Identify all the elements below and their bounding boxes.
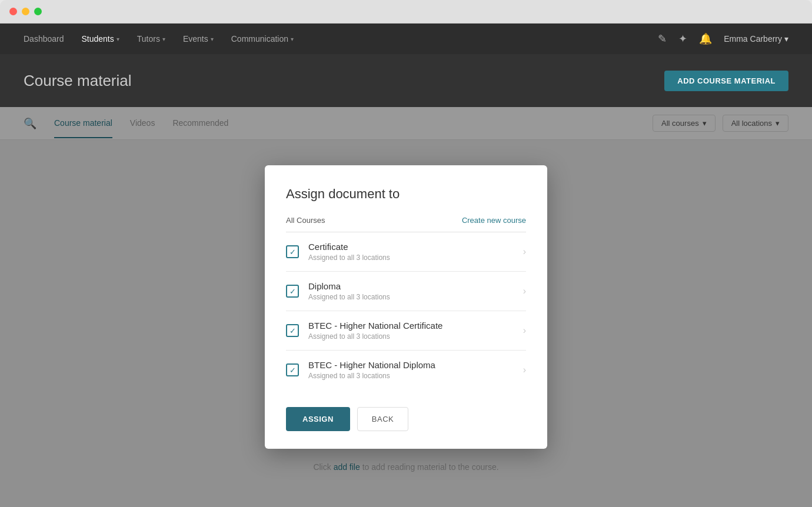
chevron-right-btec-hnc: › — [523, 325, 526, 336]
nav-right: ✎ ✦ 🔔 Emma Carberry ▾ — [658, 32, 788, 45]
bell-icon[interactable]: 🔔 — [699, 32, 712, 45]
check-icon-btec-hnd: ✓ — [289, 366, 296, 374]
course-sub-certificate: Assigned to all 3 locations — [308, 254, 523, 262]
add-course-material-button[interactable]: ADD COURSE MATERIAL — [664, 71, 788, 91]
content-area: 🔍 Course material Videos Recommended All… — [0, 107, 812, 507]
students-dropdown-arrow: ▾ — [117, 36, 119, 42]
traffic-light-fullscreen[interactable] — [34, 8, 42, 15]
course-sub-diploma: Assigned to all 3 locations — [308, 293, 523, 301]
traffic-light-close[interactable] — [9, 8, 17, 15]
chevron-right-certificate: › — [523, 246, 526, 257]
top-nav: Dashboard Students ▾ Tutors ▾ Events ▾ C… — [0, 24, 812, 54]
course-info-btec-hnd: BTEC - Higher National Diploma Assigned … — [308, 360, 523, 380]
course-item-btec-hnd[interactable]: ✓ BTEC - Higher National Diploma Assigne… — [286, 351, 526, 389]
course-info-btec-hnc: BTEC - Higher National Certificate Assig… — [308, 321, 523, 341]
assign-document-modal: Assign document to All Courses Create ne… — [265, 165, 547, 449]
check-icon-btec-hnc: ✓ — [289, 327, 296, 335]
browser-chrome — [0, 0, 812, 24]
modal-overlay[interactable]: Assign document to All Courses Create ne… — [0, 107, 812, 507]
check-icon-diploma: ✓ — [289, 288, 296, 295]
course-name-certificate: Certificate — [308, 242, 523, 252]
assign-button[interactable]: ASSIGN — [286, 407, 350, 431]
checkbox-certificate[interactable]: ✓ — [286, 245, 299, 258]
checkbox-btec-hnc[interactable]: ✓ — [286, 324, 299, 337]
page-title: Course material — [24, 72, 132, 90]
course-item-btec-hnc[interactable]: ✓ BTEC - Higher National Certificate Ass… — [286, 311, 526, 351]
traffic-light-minimize[interactable] — [22, 8, 29, 15]
nav-links: Dashboard Students ▾ Tutors ▾ Events ▾ C… — [24, 34, 658, 44]
checkbox-diploma[interactable]: ✓ — [286, 285, 299, 298]
communication-dropdown-arrow: ▾ — [291, 36, 294, 42]
app: Dashboard Students ▾ Tutors ▾ Events ▾ C… — [0, 24, 812, 507]
chevron-right-btec-hnd: › — [523, 365, 526, 375]
chevron-right-diploma: › — [523, 286, 526, 296]
all-courses-label: All Courses — [286, 216, 325, 225]
create-new-course-link[interactable]: Create new course — [462, 216, 526, 225]
checkbox-btec-hnd[interactable]: ✓ — [286, 363, 299, 376]
course-item-diploma[interactable]: ✓ Diploma Assigned to all 3 locations › — [286, 272, 526, 311]
tutors-dropdown-arrow: ▾ — [162, 36, 165, 42]
user-dropdown-arrow: ▾ — [784, 34, 788, 44]
events-dropdown-arrow: ▾ — [211, 36, 214, 42]
modal-header-row: All Courses Create new course — [286, 216, 526, 232]
course-sub-btec-hnc: Assigned to all 3 locations — [308, 332, 523, 341]
edit-icon[interactable]: ✎ — [658, 32, 667, 45]
pin-icon[interactable]: ✦ — [678, 32, 687, 45]
course-info-certificate: Certificate Assigned to all 3 locations — [308, 242, 523, 262]
modal-title: Assign document to — [286, 186, 526, 202]
course-list: ✓ Certificate Assigned to all 3 location… — [286, 232, 526, 389]
course-sub-btec-hnd: Assigned to all 3 locations — [308, 372, 523, 380]
course-name-diploma: Diploma — [308, 281, 523, 291]
nav-tutors[interactable]: Tutors ▾ — [137, 34, 165, 44]
check-icon-certificate: ✓ — [289, 248, 296, 256]
course-item-certificate[interactable]: ✓ Certificate Assigned to all 3 location… — [286, 232, 526, 272]
modal-footer: ASSIGN BACK — [286, 407, 526, 431]
back-button[interactable]: BACK — [357, 407, 408, 431]
user-menu[interactable]: Emma Carberry ▾ — [724, 34, 788, 44]
nav-students[interactable]: Students ▾ — [82, 34, 119, 44]
page-header: Course material ADD COURSE MATERIAL — [0, 54, 812, 107]
course-name-btec-hnc: BTEC - Higher National Certificate — [308, 321, 523, 331]
nav-events[interactable]: Events ▾ — [183, 34, 214, 44]
nav-communication[interactable]: Communication ▾ — [231, 34, 294, 44]
course-info-diploma: Diploma Assigned to all 3 locations — [308, 281, 523, 301]
course-name-btec-hnd: BTEC - Higher National Diploma — [308, 360, 523, 370]
nav-dashboard[interactable]: Dashboard — [24, 34, 64, 44]
